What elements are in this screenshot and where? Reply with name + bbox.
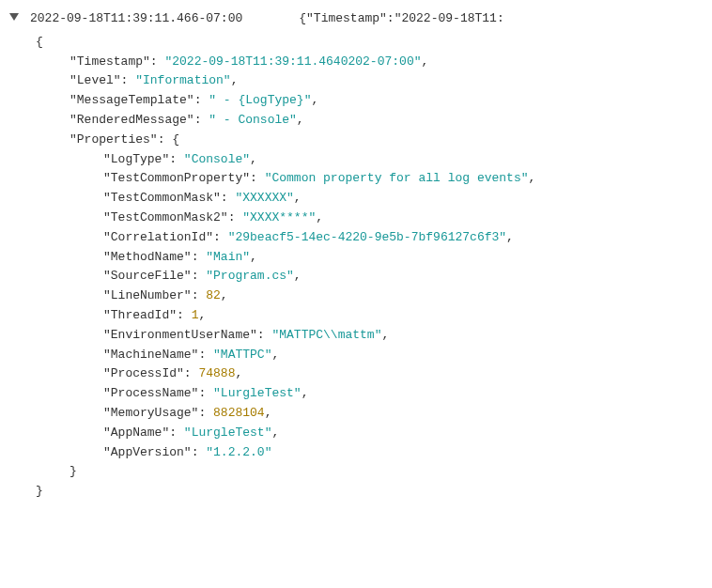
json-colon: : (250, 171, 265, 185)
json-colon: : (257, 328, 272, 342)
json-key: "SourceFile" (103, 269, 192, 283)
json-string-value: "MATTPC" (213, 348, 271, 362)
json-comma: , (302, 386, 309, 400)
json-number-value: 82 (206, 288, 221, 302)
json-open-brace: { (172, 132, 179, 147)
json-number-value: 8828104 (213, 406, 265, 420)
json-key: "ProcessName" (103, 386, 198, 400)
json-string-value: "Main" (206, 250, 250, 264)
json-colon: : (169, 426, 184, 440)
json-number-value: 74888 (198, 366, 235, 380)
json-string-value: "MATTPC\\mattm" (271, 328, 381, 342)
json-string-value: "LurgleTest" (184, 426, 272, 440)
json-colon: : (121, 73, 136, 87)
json-key: "MessageTemplate" (70, 93, 194, 107)
json-key: "CorrelationId" (103, 230, 213, 244)
json-string-value: "Console" (184, 152, 250, 166)
json-key: "AppName" (103, 426, 169, 440)
json-comma: , (265, 406, 272, 420)
log-header-line: 2022-09-18T11:39:11.466-07:00 {"Timestam… (30, 9, 504, 29)
json-key: "LineNumber" (103, 288, 192, 302)
json-colon: : (198, 406, 213, 420)
json-comma: , (529, 171, 536, 185)
json-string-value: " - Console" (209, 113, 297, 127)
json-key: "Timestamp" (70, 54, 150, 69)
json-colon: : (198, 348, 213, 362)
json-colon: : (169, 152, 184, 166)
json-string-value: "Common property for all log events" (265, 171, 529, 185)
json-key: "RenderedMessage" (70, 113, 194, 127)
json-comma: , (311, 93, 318, 107)
json-comma: , (221, 288, 228, 302)
log-json-preview: {"Timestamp":"2022-09-18T11: (299, 9, 503, 29)
json-colon: : (221, 191, 236, 205)
json-string-value: "Program.cs" (206, 269, 294, 283)
json-string-value: "XXXX****" (242, 210, 316, 224)
json-key: "ThreadId" (103, 308, 177, 322)
json-key: "AppVersion" (103, 445, 192, 459)
log-entry-row: 2022-09-18T11:39:11.466-07:00 {"Timestam… (9, 9, 703, 29)
json-colon: : (198, 386, 213, 400)
json-colon: : (184, 366, 199, 380)
json-comma: , (294, 269, 302, 283)
json-comma: , (231, 73, 239, 87)
json-colon: : (192, 250, 207, 264)
json-key: "TestCommonMask" (103, 191, 221, 205)
json-string-value: "XXXXXX" (235, 191, 293, 205)
json-key: "Properties" (70, 132, 158, 147)
json-key: "MethodName" (103, 250, 192, 264)
json-colon: : (194, 93, 209, 107)
json-key: "TestCommonMask2" (103, 210, 228, 224)
json-colon: : (194, 113, 209, 127)
json-colon: : (177, 308, 192, 322)
json-string-value: " - {LogType}" (209, 93, 311, 107)
json-key: "TestCommonProperty" (103, 171, 250, 185)
json-comma: , (506, 230, 514, 244)
json-close-brace: } (36, 484, 43, 498)
json-comma: , (421, 54, 428, 69)
json-comma: , (297, 113, 304, 127)
json-colon: : (228, 210, 243, 224)
json-open-brace: { (36, 35, 43, 49)
json-string-value: "LurgleTest" (213, 386, 302, 400)
json-colon: : (192, 288, 207, 302)
json-colon: : (192, 269, 207, 283)
json-key: "MachineName" (103, 348, 198, 362)
json-key: "LogType" (103, 152, 169, 166)
json-key: "Level" (70, 73, 121, 87)
json-comma: , (271, 426, 279, 440)
json-comma: , (271, 348, 279, 362)
json-string-value: "2022-09-18T11:39:11.4640202-07:00" (164, 54, 421, 69)
json-key: "MemoryUsage" (103, 406, 198, 420)
json-string-value: "Information" (135, 73, 230, 87)
json-colon: : (192, 445, 207, 459)
json-comma: , (250, 152, 257, 166)
json-comma: , (250, 250, 257, 264)
json-comma: , (294, 191, 302, 205)
json-string-value: "1.2.2.0" (206, 445, 271, 459)
log-timestamp: 2022-09-18T11:39:11.466-07:00 (30, 9, 242, 29)
json-colon: : (158, 132, 173, 147)
json-colon: : (213, 230, 228, 244)
json-key: "EnvironmentUserName" (103, 328, 257, 342)
expand-collapse-icon[interactable] (9, 13, 19, 23)
json-key: "ProcessId" (103, 366, 184, 380)
log-json-body: { "Timestamp": "2022-09-18T11:39:11.4640… (36, 33, 703, 502)
json-comma: , (316, 210, 323, 224)
json-string-value: "29beacf5-14ec-4220-9e5b-7bf96127c6f3" (228, 230, 506, 244)
json-colon: : (150, 54, 165, 69)
json-close-brace: } (70, 464, 77, 478)
json-comma: , (381, 328, 389, 342)
json-comma: , (235, 366, 242, 380)
svg-marker-0 (9, 13, 19, 21)
json-comma: , (198, 308, 206, 322)
